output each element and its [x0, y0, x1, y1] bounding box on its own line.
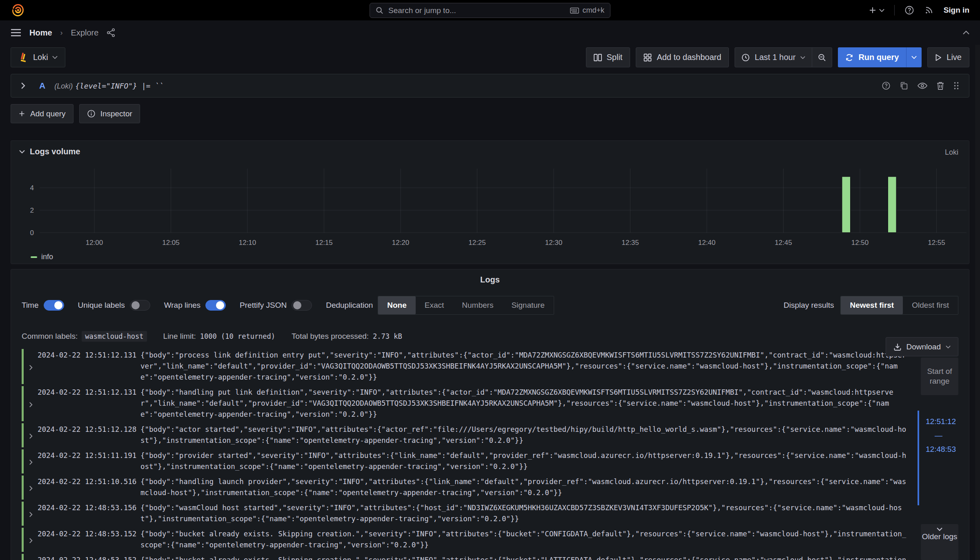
- query-help-icon[interactable]: [882, 81, 891, 90]
- datasource-picker[interactable]: Loki: [11, 47, 65, 67]
- start-of-range-button[interactable]: Start of range: [921, 358, 958, 395]
- query-expression[interactable]: {level="INFO"} |= ``: [75, 82, 164, 90]
- collapse-up-icon[interactable]: [963, 31, 969, 35]
- expand-caret-icon[interactable]: [24, 476, 38, 498]
- display-results-label: Display results: [784, 301, 834, 310]
- zoom-out-time-button[interactable]: [812, 48, 832, 67]
- help-icon[interactable]: [904, 5, 914, 15]
- log-row[interactable]: 2024-02-22 12:48:53.152 {"body":"bucket …: [22, 528, 908, 552]
- log-row[interactable]: 2024-02-22 12:51:12.131 {"body":"handlin…: [22, 386, 908, 421]
- svg-text:12:45: 12:45: [775, 239, 792, 247]
- drag-handle-icon[interactable]: [953, 81, 959, 90]
- svg-text:2: 2: [30, 207, 34, 214]
- section-collapse-icon[interactable]: [19, 150, 25, 153]
- log-timestamp: 2024-02-22 12:51:12.128: [38, 424, 140, 446]
- hide-query-icon[interactable]: [918, 81, 927, 90]
- expand-caret-icon[interactable]: [24, 555, 38, 560]
- run-query-options-button[interactable]: [906, 47, 922, 67]
- expand-caret-icon[interactable]: [24, 502, 38, 524]
- dedup-option-exact[interactable]: Exact: [416, 296, 453, 314]
- wrap-lines-control: Wrap lines: [164, 300, 226, 311]
- add-to-dashboard-button[interactable]: Add to dashboard: [636, 47, 729, 67]
- deduplication-control: Deduplication None Exact Numbers Signatu…: [326, 296, 554, 315]
- common-labels-label: Common labels:: [22, 332, 78, 341]
- page-scrollbar[interactable]: [975, 45, 980, 560]
- logs-volume-chart[interactable]: 02412:0012:0512:1012:1512:2012:2512:3012…: [11, 158, 969, 252]
- log-row[interactable]: 2024-02-22 12:51:12.128 {"body":"actor s…: [22, 423, 908, 447]
- logs-volume-title[interactable]: Logs volume: [30, 147, 80, 156]
- run-query-button[interactable]: Run query: [838, 47, 906, 67]
- live-button[interactable]: Live: [927, 47, 969, 67]
- plus-icon: [869, 6, 877, 14]
- delete-query-icon[interactable]: [936, 81, 944, 90]
- search-input[interactable]: Search or jump to... cmd+k: [370, 3, 610, 18]
- log-timestamp: 2024-02-22 12:48:53.152: [38, 529, 140, 551]
- logs-volume-panel: Logs volume Loki 02412:0012:0512:1012:15…: [11, 140, 969, 264]
- prettify-json-label: Prettify JSON: [240, 301, 287, 310]
- dedup-option-numbers[interactable]: Numbers: [453, 296, 502, 314]
- unique-labels-toggle[interactable]: [130, 300, 150, 311]
- svg-text:12:10: 12:10: [239, 239, 256, 247]
- news-icon[interactable]: [924, 5, 934, 15]
- menu-icon[interactable]: [11, 29, 21, 37]
- svg-text:12:20: 12:20: [392, 239, 410, 247]
- add-query-button[interactable]: Add query: [11, 104, 74, 123]
- svg-text:12:15: 12:15: [315, 239, 333, 247]
- expand-caret-icon[interactable]: [24, 450, 38, 472]
- legend-label[interactable]: info: [41, 253, 53, 261]
- line-limit-label: Line limit:: [163, 332, 196, 341]
- dedup-option-none[interactable]: None: [378, 296, 416, 314]
- total-bytes-value: 2.73 kB: [373, 332, 402, 340]
- older-logs-button[interactable]: Older logs: [921, 524, 958, 560]
- log-row[interactable]: 2024-02-22 12:51:12.131 {"body":"process…: [22, 349, 908, 384]
- time-range-label: Last 1 hour: [755, 53, 795, 62]
- share-icon[interactable]: [107, 28, 116, 37]
- breadcrumb-home[interactable]: Home: [29, 28, 52, 38]
- split-button[interactable]: Split: [586, 47, 630, 67]
- order-option-newest[interactable]: Newest first: [841, 296, 903, 314]
- grafana-logo-icon[interactable]: [11, 3, 25, 18]
- sync-icon: [845, 53, 853, 62]
- query-datasource-hint: (Loki): [54, 82, 73, 91]
- log-row[interactable]: 2024-02-22 12:48:53.152 {"body":"bucket …: [22, 554, 908, 560]
- time-range-button[interactable]: Last 1 hour: [735, 48, 812, 67]
- svg-text:12:30: 12:30: [545, 239, 563, 247]
- download-button[interactable]: Download: [886, 337, 959, 356]
- query-ref-id[interactable]: A: [39, 81, 45, 91]
- search-shortcut: cmd+k: [570, 6, 604, 15]
- chevron-down-icon: [52, 56, 58, 59]
- wrap-lines-toggle[interactable]: [205, 300, 226, 311]
- explore-toolbar: Loki Split Add to dashboard Last 1 hour: [0, 45, 980, 67]
- log-row[interactable]: 2024-02-22 12:51:11.191 {"body":"provide…: [22, 449, 908, 473]
- datasource-name: Loki: [33, 53, 48, 62]
- log-row[interactable]: 2024-02-22 12:51:10.516 {"body":"handlin…: [22, 476, 908, 500]
- log-row[interactable]: 2024-02-22 12:48:53.156 {"body":"wasmClo…: [22, 502, 908, 526]
- order-options-group: Newest first Oldest first: [840, 296, 958, 315]
- inspector-button[interactable]: Inspector: [79, 104, 140, 123]
- expand-caret-icon[interactable]: [24, 424, 38, 446]
- expand-caret-icon[interactable]: [24, 387, 38, 420]
- range-to: 12:48:53: [926, 445, 957, 454]
- new-menu-button[interactable]: [869, 6, 884, 14]
- chart-source-label: Loki: [945, 148, 958, 157]
- logs-meta-row: Common labels: wasmcloud-host Line limit…: [11, 331, 969, 342]
- zoom-out-icon: [818, 53, 826, 62]
- copy-query-icon[interactable]: [900, 81, 909, 90]
- dedup-option-signature[interactable]: Signature: [502, 296, 553, 314]
- expand-caret-icon[interactable]: [24, 529, 38, 551]
- svg-text:12:50: 12:50: [851, 239, 869, 247]
- sign-in-button[interactable]: Sign in: [944, 6, 969, 15]
- time-toggle[interactable]: [44, 300, 64, 311]
- breadcrumb-page[interactable]: Explore: [71, 28, 99, 38]
- chevron-down-icon: [946, 345, 951, 349]
- logs-panel: Logs Time Unique labels Wrap lines Prett…: [11, 269, 969, 560]
- breadcrumb-separator: ›: [60, 29, 63, 37]
- nav-divider: [894, 5, 895, 16]
- order-option-oldest[interactable]: Oldest first: [903, 296, 958, 314]
- range-dash: —: [926, 431, 957, 440]
- expand-caret-icon[interactable]: [24, 350, 38, 383]
- svg-text:12:05: 12:05: [162, 239, 180, 247]
- prettify-json-toggle[interactable]: [292, 300, 312, 311]
- deduplication-label: Deduplication: [326, 301, 373, 310]
- expand-caret-icon[interactable]: [21, 82, 25, 89]
